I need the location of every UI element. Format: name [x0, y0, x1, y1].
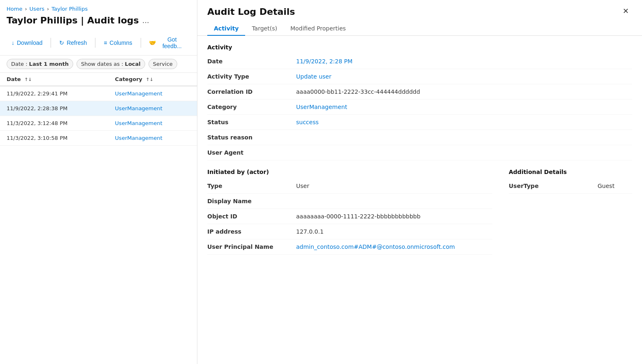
- detail-key: Status reason: [207, 134, 290, 141]
- initiated-value: User: [296, 183, 492, 189]
- show-dates-value: Local: [125, 61, 141, 67]
- date-filter-label: Date :: [11, 61, 28, 67]
- toolbar-divider2: [95, 38, 95, 48]
- additional-value: Guest: [598, 183, 632, 189]
- tab-modified-properties[interactable]: Modified Properties: [284, 22, 352, 36]
- toolbar-divider3: [141, 38, 141, 48]
- detail-row: Category UserManagement: [207, 100, 632, 115]
- breadcrumb-sep2: ›: [47, 6, 49, 12]
- filters-bar: Date : Last 1 month Show dates as : Loca…: [0, 56, 197, 73]
- date-filter-value: Last 1 month: [29, 61, 69, 67]
- detail-key: Correlation ID: [207, 88, 290, 95]
- breadcrumb-users[interactable]: Users: [30, 6, 44, 12]
- ellipsis-menu[interactable]: ...: [142, 16, 149, 25]
- additional-key: UserType: [509, 183, 591, 189]
- initiated-key: Display Name: [207, 198, 290, 204]
- show-dates-filter-chip[interactable]: Show dates as : Local: [76, 59, 145, 69]
- initiated-value[interactable]: admin_contoso.com#ADM#@contoso.onmicroso…: [296, 243, 492, 250]
- additional-details-col: Additional Details UserType Guest: [509, 160, 632, 255]
- audit-table-container: Date ↑↓ Category ↑↓ 11/9/2022, 2:29:41 P…: [0, 73, 197, 364]
- row-category: UserManagement: [109, 131, 197, 146]
- initiated-row: Type User: [207, 179, 492, 194]
- refresh-icon: ↻: [59, 39, 64, 46]
- row-category: UserManagement: [109, 101, 197, 116]
- close-button[interactable]: ✕: [619, 5, 632, 17]
- initiated-key: Type: [207, 183, 290, 189]
- row-date: 11/3/2022, 3:12:48 PM: [0, 116, 109, 131]
- detail-key: Category: [207, 104, 290, 110]
- section-activity-label: Activity: [207, 36, 632, 54]
- detail-key: Date: [207, 58, 290, 65]
- initiated-key: IP address: [207, 228, 290, 235]
- feedback-icon: 🤝: [149, 39, 156, 46]
- row-date: 11/3/2022, 3:10:58 PM: [0, 131, 109, 146]
- row-date: 11/9/2022, 2:29:41 PM: [0, 86, 109, 101]
- toolbar: ↓ Download ↻ Refresh ≡ Columns 🤝 Got fee…: [0, 30, 197, 56]
- panel-content: Activity Date 11/9/2022, 2:28 PM Activit…: [197, 36, 642, 364]
- breadcrumb-home[interactable]: Home: [7, 6, 22, 12]
- tabs-container: ActivityTarget(s)Modified Properties: [207, 22, 352, 36]
- service-filter-chip[interactable]: Service: [148, 59, 177, 69]
- detail-key: User Agent: [207, 149, 290, 156]
- detail-row: Status reason: [207, 130, 632, 145]
- col-date[interactable]: Date ↑↓: [0, 73, 109, 86]
- show-dates-label: Show dates as :: [81, 61, 123, 67]
- initiated-key: User Principal Name: [207, 243, 290, 250]
- panel-title: Audit Log Details: [207, 7, 352, 17]
- panel-header: Audit Log Details ActivityTarget(s)Modif…: [197, 0, 642, 36]
- detail-value[interactable]: success: [296, 119, 632, 125]
- additional-details-label: Additional Details: [509, 160, 632, 179]
- initiated-row: Display Name: [207, 194, 492, 209]
- columns-icon: ≡: [104, 39, 107, 46]
- detail-key: Activity Type: [207, 73, 290, 80]
- tab-target-s-[interactable]: Target(s): [245, 22, 284, 36]
- initiated-key: Object ID: [207, 213, 290, 220]
- right-panel: Audit Log Details ActivityTarget(s)Modif…: [197, 0, 642, 364]
- breadcrumb: Home › Users › Taylor Phillips: [0, 0, 197, 14]
- col-category[interactable]: Category ↑↓: [109, 73, 197, 86]
- detail-row: Date 11/9/2022, 2:28 PM: [207, 54, 632, 69]
- initiated-value: aaaaaaaa-0000-1111-2222-bbbbbbbbbbbb: [296, 213, 492, 220]
- detail-value[interactable]: Update user: [296, 73, 632, 80]
- row-category: UserManagement: [109, 116, 197, 131]
- initiated-row: User Principal Name admin_contoso.com#AD…: [207, 239, 492, 255]
- detail-row: Correlation ID aaaa0000-bb11-2222-33cc-4…: [207, 84, 632, 100]
- initiated-row: IP address 127.0.0.1: [207, 224, 492, 239]
- table-row[interactable]: 11/3/2022, 3:10:58 PM UserManagement: [0, 131, 197, 146]
- additional-row: UserType Guest: [509, 179, 632, 194]
- page-title: Taylor Phillips | Audit logs: [7, 15, 139, 26]
- service-filter-label: Service: [153, 61, 173, 67]
- refresh-button[interactable]: ↻ Refresh: [54, 37, 92, 49]
- detail-row: User Agent: [207, 145, 632, 160]
- table-row[interactable]: 11/9/2022, 2:29:41 PM UserManagement: [0, 86, 197, 101]
- row-date: 11/9/2022, 2:28:38 PM: [0, 101, 109, 116]
- table-row[interactable]: 11/3/2022, 3:12:48 PM UserManagement: [0, 116, 197, 131]
- feedback-button[interactable]: 🤝 Got feedb...: [144, 34, 190, 52]
- breadcrumb-user[interactable]: Taylor Phillips: [51, 6, 88, 12]
- initiated-value: 127.0.0.1: [296, 228, 492, 235]
- detail-value: aaaa0000-bb11-2222-33cc-444444dddddd: [296, 88, 632, 95]
- detail-key: Status: [207, 119, 290, 125]
- date-sort-icon: ↑↓: [24, 77, 32, 82]
- table-row[interactable]: 11/9/2022, 2:28:38 PM UserManagement: [0, 101, 197, 116]
- two-col-section: Initiated by (actor) Type User Display N…: [207, 160, 632, 255]
- download-button[interactable]: ↓ Download: [7, 37, 47, 49]
- category-sort-icon: ↑↓: [146, 77, 153, 82]
- panel-header-left: Audit Log Details ActivityTarget(s)Modif…: [207, 7, 352, 35]
- tab-activity[interactable]: Activity: [207, 22, 245, 36]
- page-title-container: Taylor Phillips | Audit logs ...: [0, 14, 197, 30]
- date-filter-chip[interactable]: Date : Last 1 month: [7, 59, 73, 69]
- initiated-by-col: Initiated by (actor) Type User Display N…: [207, 160, 492, 255]
- breadcrumb-sep1: ›: [25, 6, 27, 12]
- initiated-row: Object ID aaaaaaaa-0000-1111-2222-bbbbbb…: [207, 209, 492, 224]
- detail-value[interactable]: UserManagement: [296, 104, 632, 110]
- detail-value[interactable]: 11/9/2022, 2:28 PM: [296, 58, 632, 65]
- initiated-by-label: Initiated by (actor): [207, 160, 492, 179]
- row-category: UserManagement: [109, 86, 197, 101]
- detail-row: Status success: [207, 115, 632, 130]
- detail-row: Activity Type Update user: [207, 69, 632, 84]
- columns-button[interactable]: ≡ Columns: [99, 37, 137, 49]
- audit-table: Date ↑↓ Category ↑↓ 11/9/2022, 2:29:41 P…: [0, 73, 197, 146]
- left-panel: Home › Users › Taylor Phillips Taylor Ph…: [0, 0, 197, 364]
- toolbar-divider1: [51, 38, 51, 48]
